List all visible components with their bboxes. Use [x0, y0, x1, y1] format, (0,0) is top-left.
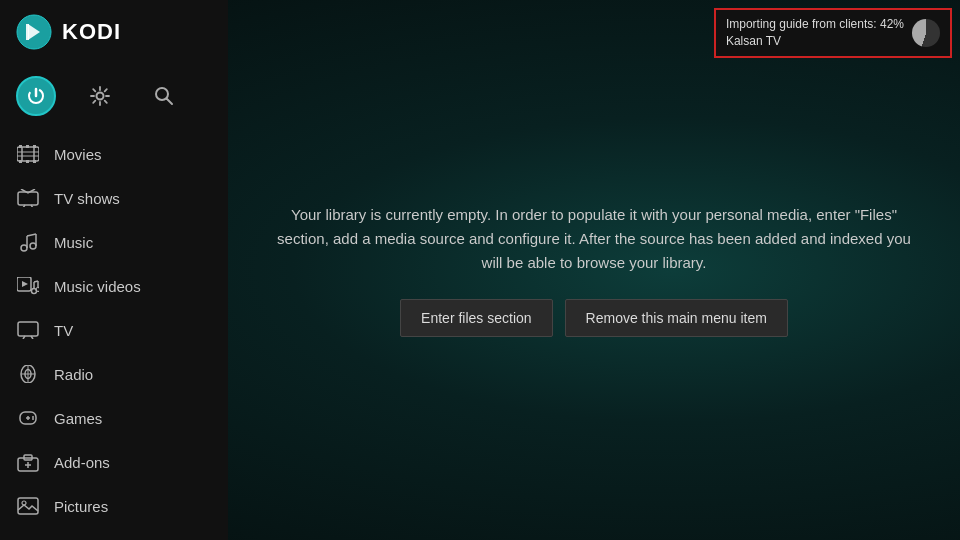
notification-line1: Importing guide from clients: 42% [726, 16, 904, 33]
sidebar-item-music[interactable]: Music [0, 220, 228, 264]
svg-rect-51 [18, 498, 38, 514]
games-icon [16, 406, 40, 430]
addons-icon [16, 450, 40, 474]
pictures-label: Pictures [54, 498, 108, 515]
svg-point-24 [30, 243, 36, 249]
svg-rect-18 [33, 160, 36, 163]
music-videos-icon [16, 274, 40, 298]
svg-rect-2 [26, 24, 29, 40]
svg-rect-16 [19, 160, 22, 163]
svg-line-27 [27, 234, 36, 236]
svg-point-34 [36, 288, 39, 292]
svg-rect-13 [19, 145, 22, 148]
movies-icon [16, 142, 40, 166]
sidebar-item-movies[interactable]: Movies [0, 132, 228, 176]
svg-point-46 [32, 418, 34, 420]
sidebar-toolbar [0, 64, 228, 128]
tv-shows-label: TV shows [54, 190, 120, 207]
tv-icon [16, 318, 40, 342]
kodi-logo-icon [16, 14, 52, 50]
sidebar-item-music-videos[interactable]: Music videos [0, 264, 228, 308]
app-title: KODI [62, 19, 121, 45]
radio-icon [16, 362, 40, 386]
main-content: Your library is currently empty. In orde… [228, 0, 960, 540]
sidebar-item-games[interactable]: Games [0, 396, 228, 440]
music-icon [16, 230, 40, 254]
settings-button[interactable] [80, 76, 120, 116]
pictures-icon [16, 494, 40, 518]
notification-text: Importing guide from clients: 42% Kalsan… [726, 16, 904, 50]
sidebar-item-tv[interactable]: TV [0, 308, 228, 352]
music-label: Music [54, 234, 93, 251]
svg-point-23 [21, 245, 27, 251]
svg-line-7 [167, 99, 173, 105]
sidebar-item-pictures[interactable]: Pictures [0, 484, 228, 528]
svg-rect-15 [33, 145, 36, 148]
action-buttons: Enter files section Remove this main men… [274, 299, 914, 337]
svg-rect-14 [26, 145, 29, 148]
enter-files-button[interactable]: Enter files section [400, 299, 553, 337]
notification-line2: Kalsan TV [726, 33, 904, 50]
radio-label: Radio [54, 366, 93, 383]
remove-menu-item-button[interactable]: Remove this main menu item [565, 299, 788, 337]
nav-menu: Movies TV shows Music Music videos TV [0, 128, 228, 540]
games-label: Games [54, 410, 102, 427]
power-button[interactable] [16, 76, 56, 116]
sidebar-header: KODI [0, 0, 228, 64]
loading-spinner-icon [912, 19, 940, 47]
svg-rect-8 [17, 147, 39, 161]
search-icon [153, 85, 175, 107]
tv-label: TV [54, 322, 73, 339]
svg-rect-19 [18, 192, 38, 205]
movies-label: Movies [54, 146, 102, 163]
svg-marker-29 [22, 281, 28, 287]
power-icon [26, 86, 46, 106]
music-videos-label: Music videos [54, 278, 141, 295]
addons-label: Add-ons [54, 454, 110, 471]
svg-rect-17 [26, 160, 29, 163]
gear-icon [89, 85, 111, 107]
sidebar: KODI Movies [0, 0, 228, 540]
search-button[interactable] [144, 76, 184, 116]
library-empty-message: Your library is currently empty. In orde… [274, 203, 914, 275]
svg-rect-35 [18, 322, 38, 336]
tv-shows-icon [16, 186, 40, 210]
import-notification: Importing guide from clients: 42% Kalsan… [714, 8, 952, 58]
sidebar-item-tv-shows[interactable]: TV shows [0, 176, 228, 220]
svg-point-5 [97, 93, 104, 100]
sidebar-item-add-ons[interactable]: Add-ons [0, 440, 228, 484]
svg-point-45 [32, 416, 34, 418]
sidebar-item-radio[interactable]: Radio [0, 352, 228, 396]
empty-library-panel: Your library is currently empty. In orde… [254, 183, 934, 357]
